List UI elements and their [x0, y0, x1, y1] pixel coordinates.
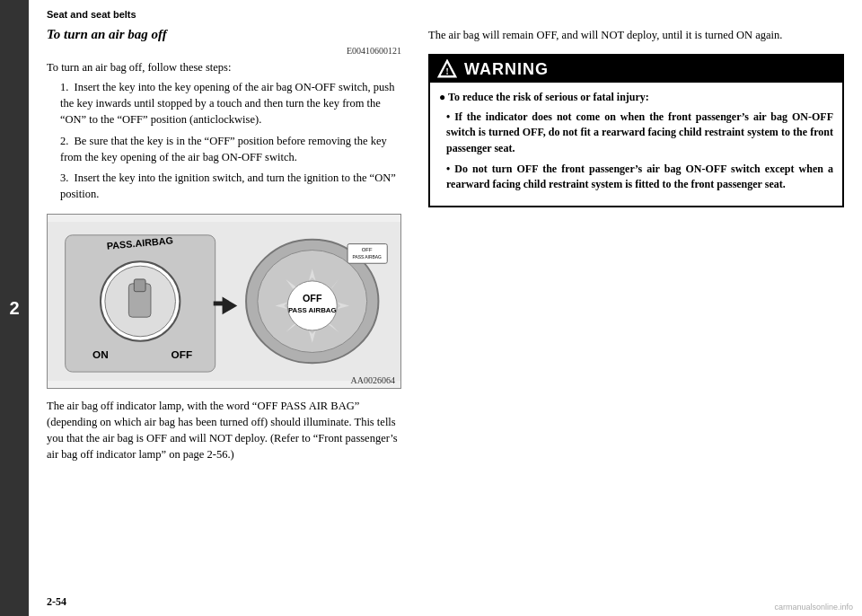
- page-footer: 2-54: [47, 595, 66, 609]
- warning-box: ! WARNING To reduce the risk of serious …: [428, 54, 844, 207]
- chapter-sidebar: 2: [0, 0, 29, 616]
- left-column: Seat and seat belts To turn an air bag o…: [29, 0, 415, 616]
- svg-rect-6: [134, 279, 145, 292]
- warning-title: WARNING: [464, 60, 549, 79]
- doc-number: E00410600121: [47, 46, 401, 56]
- step-2-text: Be sure that the key is in the “OFF” pos…: [60, 135, 387, 163]
- warning-main-bullet: To reduce the risk of serious or fatal i…: [439, 90, 833, 105]
- svg-text:ON: ON: [92, 348, 109, 360]
- airbag-illustration: PASS.AIRBAG ON OFF: [47, 214, 401, 389]
- warning-header: ! WARNING: [430, 56, 842, 83]
- caption-text: The air bag off indicator lamp, with the…: [47, 398, 401, 463]
- svg-text:OFF: OFF: [362, 247, 373, 252]
- intro-text: To turn an air bag off, follow these ste…: [47, 59, 401, 75]
- watermark: carmanualsonline.info: [774, 603, 853, 612]
- page-header: Seat and seat belts: [47, 9, 401, 20]
- right-column: ​ The air bag will remain OFF, and will …: [415, 0, 862, 616]
- step-2: 2. Be sure that the key is in the “OFF” …: [56, 133, 401, 165]
- svg-text:PASS AIRBAG: PASS AIRBAG: [288, 306, 337, 314]
- warning-triangle-icon: !: [437, 59, 457, 79]
- steps-list: 1. Insert the key into the key opening o…: [47, 79, 401, 207]
- svg-text:OFF: OFF: [303, 293, 322, 304]
- right-page-header: ​: [428, 9, 844, 20]
- warning-sub-item-2: Do not turn OFF the front passenger’s ai…: [446, 162, 833, 193]
- section-title: To turn an air bag off: [47, 27, 401, 42]
- step-1-text: Insert the key into the key opening of t…: [60, 81, 394, 126]
- svg-rect-10: [214, 302, 224, 306]
- image-caption-code: AA0026064: [351, 375, 395, 385]
- step-1: 1. Insert the key into the key opening o…: [56, 79, 401, 128]
- svg-text:PASS AIRBAG: PASS AIRBAG: [352, 255, 382, 260]
- warning-sub-list: If the indicator does not come on when t…: [439, 110, 833, 193]
- right-intro-text: The air bag will remain OFF, and will NO…: [428, 27, 844, 43]
- warning-sub-item-1: If the indicator does not come on when t…: [446, 110, 833, 156]
- step-3: 3. Insert the key into the ignition swit…: [56, 170, 401, 202]
- chapter-number: 2: [9, 298, 19, 319]
- svg-text:!: !: [445, 66, 449, 77]
- step-3-text: Insert the key into the ignition switch,…: [60, 172, 396, 200]
- svg-text:OFF: OFF: [172, 348, 193, 360]
